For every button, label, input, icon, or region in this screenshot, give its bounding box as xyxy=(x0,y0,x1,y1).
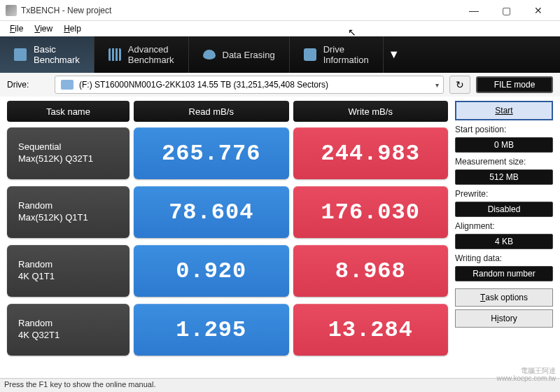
erase-icon xyxy=(203,50,216,59)
write-value: 244.983 xyxy=(293,127,449,179)
write-value: 176.030 xyxy=(293,186,449,238)
drive-select-value: (F:) ST16000NM001G-2KK103 14.55 TB (31,2… xyxy=(79,80,328,90)
menu-view[interactable]: View xyxy=(29,22,58,35)
task-name-cell: Random Max(512K) Q1T1 xyxy=(7,186,130,238)
close-button[interactable]: ✕ xyxy=(522,0,554,21)
bars-icon xyxy=(108,48,121,61)
chevron-down-icon: ▾ xyxy=(435,81,439,89)
tab-overflow-dropdown[interactable]: ▼ xyxy=(384,36,405,73)
gauge-icon xyxy=(14,48,27,61)
measurement-size-value[interactable]: 512 MB xyxy=(455,169,553,185)
drive-label: Drive: xyxy=(7,80,49,90)
tab-data-erasing[interactable]: Data Erasing xyxy=(189,36,290,73)
tab-label: Data Erasing xyxy=(223,50,275,60)
drive-icon xyxy=(304,48,316,61)
writing-data-label: Writing data: xyxy=(455,253,553,263)
tab-drive-information[interactable]: DriveInformation xyxy=(290,36,384,73)
task-name-cell: Random 4K Q1T1 xyxy=(7,245,130,297)
refresh-icon: ↻ xyxy=(456,79,464,90)
file-mode-button[interactable]: FILE mode xyxy=(476,76,553,93)
read-value: 78.604 xyxy=(134,186,289,238)
status-bar: Press the F1 key to show the online manu… xyxy=(0,378,560,392)
task-name-cell: Random 4K Q32T1 xyxy=(7,304,130,356)
alignment-value[interactable]: 4 KB xyxy=(455,234,553,249)
alignment-label: Alignment: xyxy=(455,221,553,231)
task-name-cell: Sequential Max(512K) Q32T1 xyxy=(7,127,130,179)
task-line1: Random xyxy=(18,259,130,271)
task-line2: Max(512K) Q32T1 xyxy=(18,153,130,165)
menu-file[interactable]: File xyxy=(4,22,29,35)
tab-label: BasicBenchmark xyxy=(34,44,80,65)
read-value: 265.776 xyxy=(134,127,289,179)
start-position-label: Start position: xyxy=(455,125,553,134)
table-row: Sequential Max(512K) Q32T1 265.776 244.9… xyxy=(7,127,448,179)
task-line1: Sequential xyxy=(18,141,130,153)
write-value: 13.284 xyxy=(293,304,449,356)
watermark: 電腦王阿達 www.kocpc.com.tw xyxy=(497,367,556,382)
writing-data-value[interactable]: Random number xyxy=(455,266,553,281)
table-row: Random 4K Q32T1 1.295 13.284 xyxy=(7,304,448,356)
measurement-size-label: Measurement size: xyxy=(455,157,553,167)
task-options-button[interactable]: Task options xyxy=(455,288,553,307)
tab-label: AdvancedBenchmark xyxy=(128,44,174,65)
tab-advanced-benchmark[interactable]: AdvancedBenchmark xyxy=(94,36,189,73)
table-row: Random 4K Q1T1 0.920 8.968 xyxy=(7,245,448,297)
prewrite-value[interactable]: Disabled xyxy=(455,202,553,217)
maximize-button[interactable]: ▢ xyxy=(490,0,522,21)
read-value: 0.920 xyxy=(134,245,289,297)
header-write: Write mB/s xyxy=(293,101,449,122)
tab-basic-benchmark[interactable]: BasicBenchmark xyxy=(0,36,94,73)
history-button[interactable]: History xyxy=(455,309,553,328)
write-value: 8.968 xyxy=(293,245,449,297)
app-icon xyxy=(6,5,17,16)
header-read: Read mB/s xyxy=(134,101,289,122)
prewrite-label: Prewrite: xyxy=(455,189,553,199)
start-button[interactable]: Start xyxy=(455,101,553,120)
tab-label: DriveInformation xyxy=(323,44,369,65)
menu-help[interactable]: Help xyxy=(58,22,87,35)
drive-device-icon xyxy=(61,80,74,90)
task-line1: Random xyxy=(18,318,130,330)
read-value: 1.295 xyxy=(134,304,289,356)
task-line2: Max(512K) Q1T1 xyxy=(18,212,130,224)
task-line2: 4K Q1T1 xyxy=(18,271,130,283)
task-line2: 4K Q32T1 xyxy=(18,330,130,342)
start-position-value[interactable]: 0 MB xyxy=(455,137,553,153)
refresh-button[interactable]: ↻ xyxy=(449,76,470,94)
drive-select[interactable]: (F:) ST16000NM001G-2KK103 14.55 TB (31,2… xyxy=(55,76,444,94)
minimize-button[interactable]: — xyxy=(458,0,490,21)
task-line1: Random xyxy=(18,200,130,212)
table-row: Random Max(512K) Q1T1 78.604 176.030 xyxy=(7,186,448,238)
header-task-name: Task name xyxy=(7,101,130,122)
window-title: TxBENCH - New project xyxy=(21,6,458,15)
